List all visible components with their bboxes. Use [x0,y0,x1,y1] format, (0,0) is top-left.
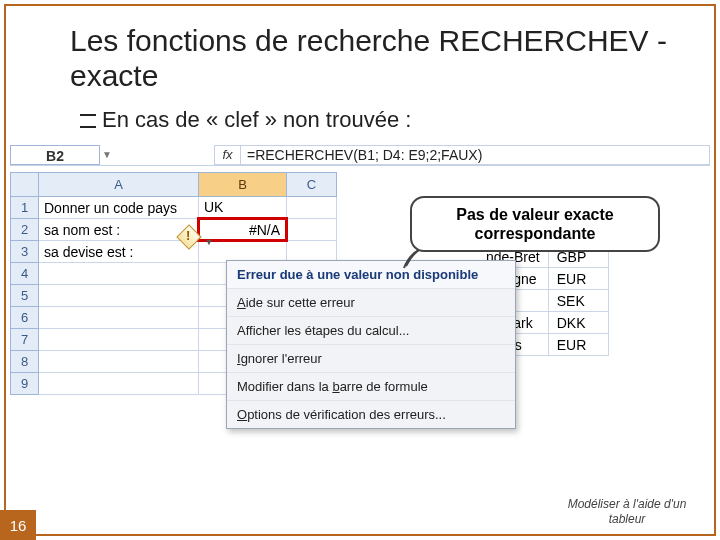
row-header[interactable]: 8 [11,351,39,373]
row-header[interactable]: 7 [11,329,39,351]
row-header[interactable]: 5 [11,285,39,307]
menu-item-ignore[interactable]: Ignorer l'erreur [227,344,515,372]
chevron-down-icon[interactable]: ▼ [100,149,114,160]
formula-bar: B2 ▼ fx =RECHERCHEV(B1; D4: E9;2;FAUX) [10,144,710,166]
col-header-a[interactable]: A [39,173,199,197]
error-smarttag[interactable]: ! ▼ [180,228,213,250]
row-header[interactable]: 2 [11,219,39,241]
row-header[interactable]: 3 [11,241,39,263]
footer-caption: Modéliser à l'aide d'un tableur [552,497,702,526]
cell-a1[interactable]: Donner un code pays [39,197,199,219]
row-header[interactable]: 9 [11,373,39,395]
row-header[interactable]: 6 [11,307,39,329]
cell-b1[interactable]: UK [199,197,287,219]
page-number: 16 [0,510,36,540]
callout-annotation: Pas de valeur exacte correspondante [410,196,660,252]
menu-header: Erreur due à une valeur non disponible [227,261,515,288]
select-all-corner[interactable] [11,173,39,197]
warning-icon[interactable]: ! [176,224,201,249]
table-cell[interactable]: SEK [548,290,608,312]
formula-text[interactable]: =RECHERCHEV(B1; D4: E9;2;FAUX) [241,147,482,163]
menu-item-help[interactable]: Aide sur cette erreur [227,288,515,316]
table-cell[interactable]: EUR [548,334,608,356]
menu-item-edit[interactable]: Modifier dans la barre de formule [227,372,515,400]
table-cell[interactable]: EUR [548,268,608,290]
error-context-menu: Erreur due à une valeur non disponible A… [226,260,516,429]
col-header-b[interactable]: B [199,173,287,197]
cell-c1[interactable] [287,197,337,219]
spreadsheet-area: B2 ▼ fx =RECHERCHEV(B1; D4: E9;2;FAUX) A… [10,144,710,444]
table-cell[interactable]: DKK [548,312,608,334]
chevron-down-icon[interactable]: ▼ [204,237,213,247]
menu-item-steps[interactable]: Afficher les étapes du calcul... [227,316,515,344]
col-header-c[interactable]: C [287,173,337,197]
cell-c2[interactable] [287,219,337,241]
name-box[interactable]: B2 [10,145,100,165]
menu-item-options[interactable]: Options de vérification des erreurs... [227,400,515,428]
row-header[interactable]: 4 [11,263,39,285]
row-header[interactable]: 1 [11,197,39,219]
cell-a2[interactable]: sa nom est : [39,219,199,241]
cell-a3[interactable]: sa devise est : [39,241,199,263]
fx-button[interactable]: fx [215,146,241,164]
